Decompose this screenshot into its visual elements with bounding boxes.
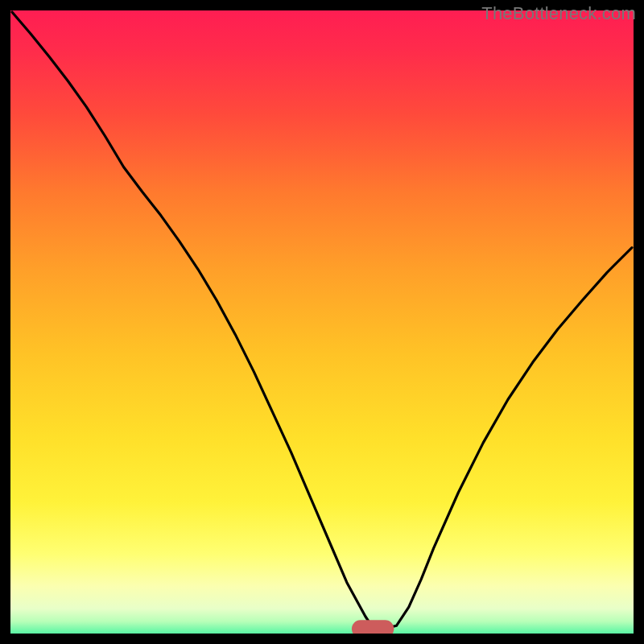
watermark-text: TheBottleneck.com	[481, 3, 636, 24]
plot-background	[0, 0, 644, 644]
bottleneck-chart: TheBottleneck.com	[0, 0, 644, 644]
chart-svg	[0, 0, 644, 644]
